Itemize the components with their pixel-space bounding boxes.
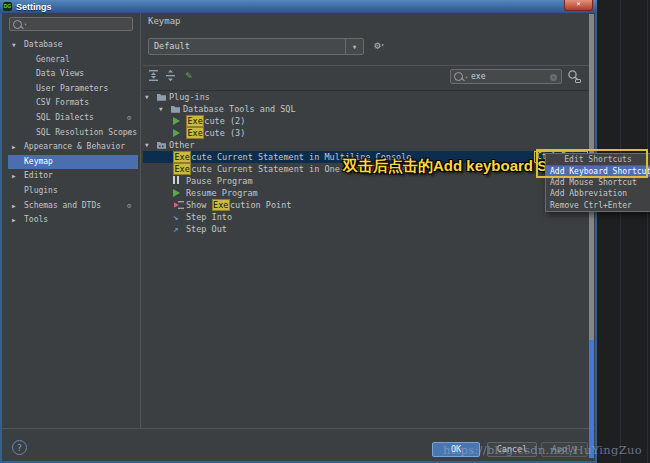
- execution-point-icon: [173, 200, 185, 210]
- sidebar-item-sql-resolution-scopes[interactable]: SQL Resolution Scopes⚙: [8, 126, 138, 141]
- sidebar-item-data-views[interactable]: Data Views: [8, 67, 138, 82]
- scrollbar-highlight: [589, 340, 594, 458]
- sidebar-item-appearance-behavior[interactable]: ▶Appearance & Behavior: [8, 140, 138, 155]
- settings-nav-list: ▼DatabaseGeneralData ViewsUser Parameter…: [8, 38, 138, 228]
- window-border-right: [595, 13, 597, 463]
- sidebar-item-schemas-and-dtds[interactable]: ▶Schemas and DTDs⚙: [8, 199, 138, 214]
- action-label: Show Execution Point: [186, 199, 291, 211]
- sidebar-item-label: Database: [24, 38, 63, 53]
- menu-item-remove-ctrl-enter[interactable]: Remove Ctrl+Enter: [546, 200, 650, 211]
- keymap-select[interactable]: Default ▼: [148, 38, 364, 55]
- run-icon: [173, 189, 180, 197]
- keymap-search-value: exe: [471, 72, 485, 81]
- tree-item-icon: [170, 104, 183, 114]
- background-grid-line: [647, 0, 648, 463]
- tree-item-icon: [173, 200, 186, 210]
- sidebar-item-user-parameters[interactable]: User Parameters: [8, 82, 138, 97]
- chevron-right-icon[interactable]: ▶: [12, 140, 16, 155]
- sidebar-item-label: General: [36, 53, 70, 68]
- chevron-right-icon[interactable]: ▶: [12, 213, 16, 228]
- sidebar-item-label: SQL Dialects: [36, 111, 94, 126]
- search-match-highlight: Exe: [186, 127, 204, 139]
- menu-item-add-mouse-shortcut[interactable]: Add Mouse Shortcut: [546, 177, 650, 188]
- close-button[interactable]: ✕: [564, 0, 593, 11]
- clear-search-icon[interactable]: ✕: [550, 74, 557, 81]
- sidebar-item-tools[interactable]: ▶Tools: [8, 213, 138, 228]
- run-icon: [173, 129, 180, 137]
- search-match-highlight: Exe: [173, 151, 191, 163]
- chevron-down-icon[interactable]: ▼: [345, 39, 363, 54]
- chevron-down-icon[interactable]: ▼: [145, 91, 156, 103]
- tree-item-icon: [173, 175, 186, 187]
- sidebar-item-csv-formats[interactable]: CSV Formats: [8, 96, 138, 111]
- search-match-highlight: Exe: [186, 115, 204, 127]
- chevron-right-icon[interactable]: ▶: [12, 199, 16, 214]
- keymap-search-input[interactable]: ▾ exe ✕: [450, 69, 562, 84]
- sidebar-item-label: Appearance & Behavior: [24, 140, 125, 155]
- sidebar-item-general[interactable]: General: [8, 53, 138, 68]
- chevron-down-icon[interactable]: ▼: [145, 139, 156, 151]
- tree-row[interactable]: Resume Program: [143, 187, 589, 199]
- menu-item-add-keyboard-shortcut[interactable]: Add Keyboard Shortcut: [546, 166, 650, 177]
- edit-shortcut-button[interactable]: ✎: [181, 69, 196, 84]
- sidebar-item-label: Data Views: [36, 67, 84, 82]
- chevron-down-icon[interactable]: ▼: [12, 38, 16, 53]
- help-button[interactable]: ?: [12, 440, 27, 455]
- chevron-down-icon[interactable]: ▼: [159, 103, 170, 115]
- background-grid-line: [620, 0, 621, 463]
- sidebar-item-sql-dialects[interactable]: SQL Dialects⚙: [8, 111, 138, 126]
- step-into-icon: ↘: [173, 213, 178, 222]
- expand-all-icon: [147, 69, 160, 82]
- sidebar-item-label: SQL Resolution Scopes: [36, 126, 137, 141]
- search-match-highlight: Exe: [173, 163, 191, 175]
- title-bar[interactable]: DG Settings: [0, 0, 597, 13]
- collapse-all-button[interactable]: [164, 69, 179, 84]
- chevron-down-icon: ▾: [24, 21, 27, 27]
- find-by-shortcut-icon: [567, 69, 581, 83]
- find-actions-by-shortcut-button[interactable]: [567, 69, 582, 84]
- sidebar-item-label: Schemas and DTDs: [24, 199, 101, 214]
- chevron-right-icon[interactable]: ▶: [12, 169, 16, 184]
- chevron-down-icon: ▾: [465, 74, 468, 80]
- sidebar-item-plugins[interactable]: Plugins: [8, 184, 138, 199]
- tree-row[interactable]: Execute (3): [143, 127, 589, 139]
- action-label: Execute (3): [186, 127, 245, 139]
- action-label: Resume Program: [186, 187, 258, 199]
- sidebar-item-label: CSV Formats: [36, 96, 89, 111]
- tree-item-icon: [156, 140, 169, 150]
- expand-all-button[interactable]: [147, 69, 162, 84]
- tree-row[interactable]: ▼Database Tools and SQL: [143, 103, 589, 115]
- tree-row[interactable]: Pause Program: [143, 175, 589, 187]
- tree-row[interactable]: ▼Other: [143, 139, 589, 151]
- action-label: Pause Program: [186, 175, 253, 187]
- tree-item-icon: ↘: [173, 213, 186, 222]
- header-separator: [143, 65, 589, 66]
- window-border-left: [0, 13, 2, 463]
- action-label: Other: [169, 139, 195, 151]
- sidebar-item-label: Keymap: [24, 155, 53, 170]
- footer-separator: [2, 428, 595, 429]
- tree-row[interactable]: ▼Plug-ins: [143, 91, 589, 103]
- watermark-text: https://blog.csdn.net/HuYingZuo: [443, 443, 642, 457]
- sidebar-item-editor[interactable]: ▶Editor: [8, 169, 138, 184]
- keymap-options-button[interactable]: ⚙▾: [374, 39, 384, 52]
- settings-dialog: DG Settings ✕ ▾ ▼DatabaseGeneralData Vie…: [0, 0, 597, 463]
- tree-item-icon: [173, 129, 186, 137]
- tree-item-icon: [156, 92, 169, 102]
- project-settings-icon: ⚙: [127, 129, 135, 137]
- project-settings-icon: ⚙: [127, 202, 135, 210]
- action-label: Plug-ins: [169, 91, 210, 103]
- tree-item-icon: ↗: [173, 225, 186, 234]
- search-icon: [13, 20, 22, 29]
- action-label: Step Out: [186, 223, 227, 235]
- tree-row[interactable]: Show Execution Point: [143, 199, 589, 211]
- tree-row[interactable]: ↗Step Out: [143, 223, 589, 235]
- tree-row[interactable]: Execute (2): [143, 115, 589, 127]
- sidebar-item-keymap[interactable]: Keymap: [8, 155, 138, 170]
- context-menu-title: Edit Shortcuts: [546, 154, 650, 166]
- tree-row[interactable]: ↘Step Into: [143, 211, 589, 223]
- sidebar-item-database[interactable]: ▼Database: [8, 38, 138, 53]
- menu-item-add-abbreviation[interactable]: Add Abbreviation: [546, 188, 650, 199]
- settings-search-input[interactable]: ▾: [9, 17, 133, 31]
- pencil-icon: ✎: [185, 69, 192, 82]
